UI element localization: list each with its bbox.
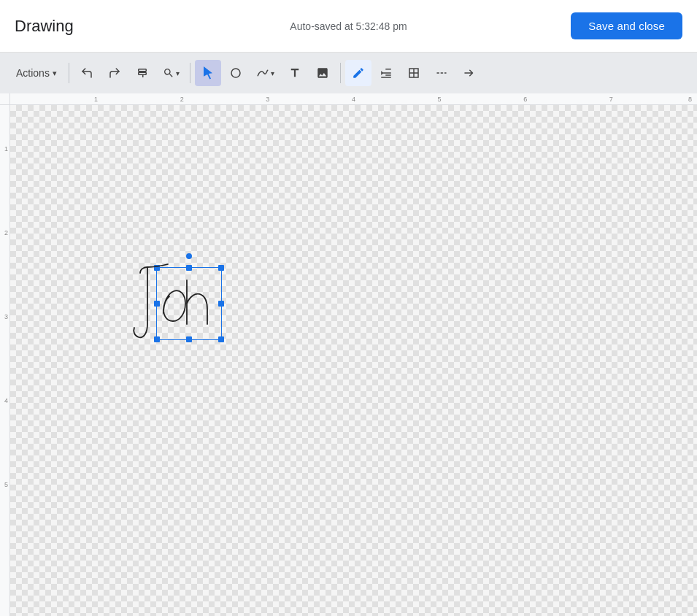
ruler-v-4: 4 [4, 397, 8, 404]
ruler-h-6: 6 [523, 96, 527, 103]
drawing-title: Drawing [15, 17, 74, 36]
ruler-h-2: 2 [180, 96, 184, 103]
line-align-button[interactable] [373, 60, 399, 86]
image-button[interactable] [309, 60, 336, 86]
ruler-h-8: 8 [688, 96, 692, 103]
ruler-h-3: 3 [266, 96, 269, 103]
checkerboard-bg [10, 105, 697, 616]
ruler-h-7: 7 [609, 96, 613, 103]
svg-rect-3 [444, 72, 447, 74]
ruler-top: 1 2 3 4 5 6 7 8 [10, 93, 697, 105]
svg-rect-2 [440, 72, 443, 74]
toolbar-separator-3 [340, 63, 341, 83]
ruler-v-2: 2 [4, 229, 8, 236]
freehand-button[interactable]: ▾ [250, 60, 280, 86]
arrow-button[interactable] [456, 60, 482, 86]
ruler-v-5: 5 [4, 481, 8, 488]
canvas-area: 1 2 3 4 5 1 2 3 4 5 6 7 8 [0, 93, 697, 616]
textbox-button[interactable] [282, 60, 308, 86]
toolbar-separator-1 [69, 63, 69, 83]
autosave-status: Auto-saved at 5:32:48 pm [290, 20, 407, 32]
zoom-button[interactable]: ▾ [157, 60, 185, 86]
shape-button[interactable] [223, 60, 249, 86]
signature-drawing [118, 251, 235, 368]
dash-button[interactable] [428, 60, 455, 86]
svg-rect-1 [436, 72, 439, 74]
canvas-and-ruler: 1 2 3 4 5 6 7 8 [10, 93, 697, 616]
ruler-left: 1 2 3 4 5 [0, 93, 10, 616]
paint-format-button[interactable] [129, 60, 155, 86]
redo-button[interactable] [101, 60, 128, 86]
select-button[interactable] [195, 60, 221, 86]
ruler-h-4: 4 [352, 96, 355, 103]
word-art-button[interactable] [401, 60, 427, 86]
pen-button[interactable] [345, 60, 371, 86]
ruler-h-5: 5 [438, 96, 442, 103]
save-and-close-button[interactable]: Save and close [571, 12, 682, 39]
undo-button[interactable] [74, 60, 100, 86]
drawing-canvas[interactable] [10, 105, 697, 616]
header: Drawing Auto-saved at 5:32:48 pm Save an… [0, 0, 697, 53]
ruler-v-1: 1 [4, 145, 8, 153]
ruler-h-1: 1 [94, 96, 98, 103]
toolbar: Actions ▾ ▾ [0, 53, 697, 93]
ruler-v-3: 3 [4, 313, 8, 320]
actions-menu-button[interactable]: Actions ▾ [9, 60, 64, 86]
toolbar-separator-2 [190, 63, 190, 83]
svg-point-0 [231, 69, 240, 77]
